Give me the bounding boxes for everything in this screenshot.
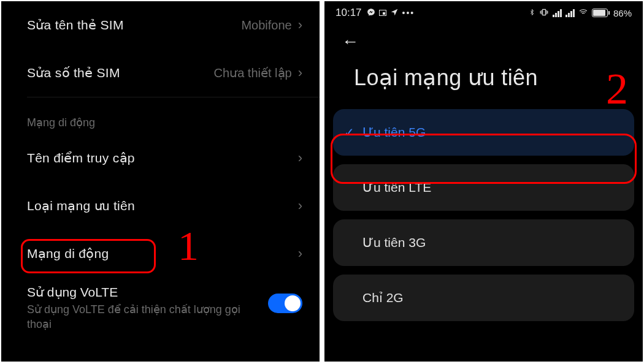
wifi-icon bbox=[578, 8, 588, 18]
signal-icon-2 bbox=[565, 9, 575, 17]
check-icon: ✓ bbox=[344, 125, 355, 140]
volte-toggle[interactable] bbox=[268, 294, 302, 313]
messenger-icon bbox=[367, 8, 375, 18]
status-system-icons: 86% bbox=[529, 8, 632, 18]
location-icon bbox=[390, 8, 399, 18]
chevron-right-icon: › bbox=[298, 66, 302, 80]
pip-icon bbox=[379, 10, 386, 16]
option-5g[interactable]: ✓ Ưu tiên 5G bbox=[333, 109, 634, 156]
chevron-right-icon: › bbox=[298, 151, 302, 165]
vibrate-icon bbox=[539, 8, 549, 18]
row-label: Loại mạng ưu tiên bbox=[27, 199, 135, 213]
battery-icon bbox=[592, 9, 610, 17]
settings-sim-panel: Sửa tên thẻ SIM Mobifone › Sửa số thẻ SI… bbox=[1, 1, 320, 362]
row-volte: Sử dụng VoLTE Sử dụng VoLTE để cải thiện… bbox=[1, 278, 320, 332]
network-options-list: ✓ Ưu tiên 5G Ưu tiên LTE Ưu tiên 3G Chỉ … bbox=[324, 109, 643, 321]
row-mobile-network[interactable]: Mạng di động › bbox=[1, 230, 320, 278]
row-value: Chưa thiết lập bbox=[214, 66, 292, 80]
option-3g[interactable]: Ưu tiên 3G bbox=[333, 219, 634, 266]
option-2g[interactable]: Chỉ 2G bbox=[333, 275, 634, 321]
chevron-right-icon: › bbox=[298, 18, 302, 32]
more-icon: ••• bbox=[402, 8, 415, 18]
back-button[interactable]: ← bbox=[342, 32, 359, 51]
signal-icon-1 bbox=[553, 9, 562, 17]
chevron-right-icon: › bbox=[298, 247, 302, 260]
status-notification-icons: ••• bbox=[367, 8, 415, 18]
option-label: Ưu tiên 5G bbox=[362, 125, 426, 140]
row-label: Mạng di động bbox=[27, 246, 109, 261]
row-sim-number[interactable]: Sửa số thẻ SIM Chưa thiết lập › bbox=[1, 49, 320, 97]
option-label: Chỉ 2G bbox=[362, 290, 404, 305]
row-label: Sửa số thẻ SIM bbox=[27, 66, 120, 80]
page-title: Loại mạng ưu tiên bbox=[324, 59, 643, 109]
row-label: Sửa tên thẻ SIM bbox=[27, 18, 124, 32]
status-bar: 10:17 ••• bbox=[324, 1, 643, 25]
option-label: Ưu tiên 3G bbox=[362, 235, 426, 250]
volte-title: Sử dụng VoLTE bbox=[27, 285, 259, 300]
row-value: Mobifone bbox=[241, 18, 291, 32]
row-preferred-network[interactable]: Loại mạng ưu tiên › bbox=[1, 182, 320, 230]
option-lte[interactable]: Ưu tiên LTE bbox=[333, 164, 634, 211]
bluetooth-icon bbox=[529, 8, 535, 18]
battery-percentage: 86% bbox=[613, 8, 632, 18]
chevron-right-icon: › bbox=[298, 199, 302, 213]
preferred-network-panel: 10:17 ••• bbox=[324, 1, 643, 362]
row-apn[interactable]: Tên điểm truy cập › bbox=[1, 134, 320, 182]
row-sim-name[interactable]: Sửa tên thẻ SIM Mobifone › bbox=[1, 1, 320, 49]
row-label: Tên điểm truy cập bbox=[27, 151, 135, 165]
status-time: 10:17 bbox=[335, 7, 362, 19]
option-label: Ưu tiên LTE bbox=[362, 180, 431, 195]
section-header-mobile-network: Mạng di động bbox=[1, 97, 320, 134]
volte-subtitle: Sử dụng VoLTE để cải thiện chất lượng gọ… bbox=[27, 302, 259, 332]
